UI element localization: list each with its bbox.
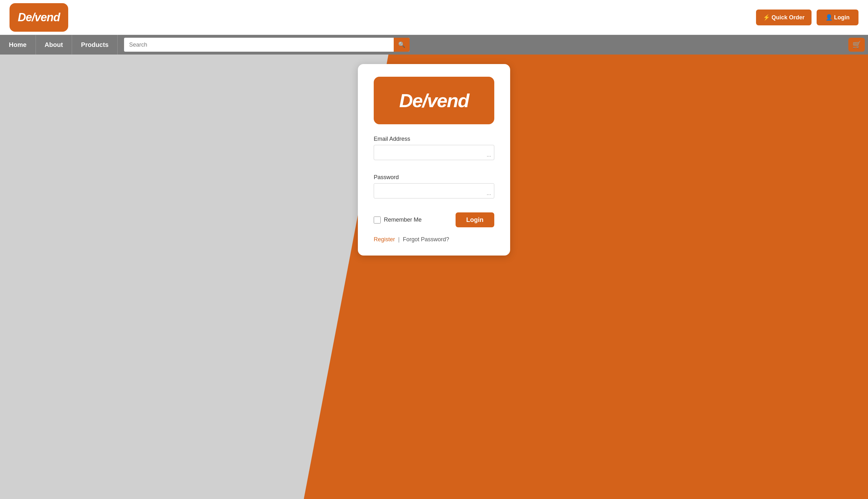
- site-header: De/vend ⚡ Quick Order 👤 Login: [0, 0, 868, 35]
- links-separator: |: [398, 236, 400, 243]
- password-input-wrapper: ⋯: [374, 183, 494, 206]
- remember-me-label[interactable]: Remember Me: [374, 217, 421, 223]
- quick-order-button[interactable]: ⚡ Quick Order: [756, 10, 811, 25]
- card-logo-text: De/vend: [399, 90, 468, 112]
- cart-button[interactable]: 🛒: [848, 38, 865, 52]
- cart-icon: 🛒: [853, 40, 861, 49]
- nav-item-home[interactable]: Home: [0, 35, 36, 54]
- remember-login-row: Remember Me Login: [374, 212, 494, 227]
- login-card: De/vend Email Address ⋯ Password ⋯: [358, 64, 510, 256]
- password-input[interactable]: [374, 183, 494, 198]
- main-navbar: Home About Products 🔍 🛒: [0, 35, 868, 54]
- password-input-icon: ⋯: [487, 192, 491, 197]
- remember-me-checkbox[interactable]: [374, 217, 381, 223]
- email-input-wrapper: ⋯: [374, 145, 494, 168]
- header-logo[interactable]: De/vend: [10, 3, 68, 32]
- nav-item-about[interactable]: About: [36, 35, 72, 54]
- links-row: Register | Forgot Password?: [374, 236, 494, 243]
- login-container: De/vend Email Address ⋯ Password ⋯: [0, 54, 868, 268]
- nav-item-products[interactable]: Products: [72, 35, 118, 54]
- search-icon: 🔍: [398, 41, 405, 48]
- email-input-icon: ⋯: [487, 154, 491, 159]
- header-logo-text: De/vend: [18, 11, 60, 24]
- email-field-group: Email Address ⋯: [374, 136, 494, 168]
- forgot-password-link[interactable]: Forgot Password?: [403, 236, 449, 243]
- register-link[interactable]: Register: [374, 236, 395, 243]
- nav-items-list: Home About Products: [0, 35, 118, 54]
- search-area: 🔍: [118, 38, 848, 52]
- header-actions: ⚡ Quick Order 👤 Login: [756, 10, 858, 25]
- header-login-button[interactable]: 👤 Login: [817, 10, 858, 25]
- search-button[interactable]: 🔍: [394, 38, 409, 52]
- email-label: Email Address: [374, 136, 494, 142]
- search-input[interactable]: [124, 41, 394, 48]
- search-wrapper: 🔍: [124, 38, 409, 52]
- card-logo: De/vend: [374, 77, 494, 124]
- email-input[interactable]: [374, 145, 494, 160]
- password-field-group: Password ⋯: [374, 174, 494, 206]
- password-label: Password: [374, 174, 494, 181]
- main-content: De/vend Email Address ⋯ Password ⋯: [0, 54, 868, 499]
- login-submit-button[interactable]: Login: [455, 212, 494, 227]
